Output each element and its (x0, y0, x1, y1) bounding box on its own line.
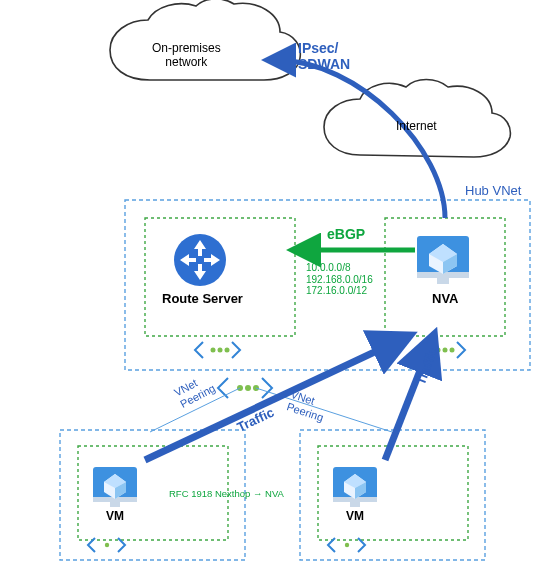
svg-rect-14 (437, 278, 449, 284)
cloud-internet-label: Internet (396, 120, 437, 134)
nva-label: NVA (432, 292, 458, 307)
route-server-label: Route Server (162, 292, 243, 307)
svg-rect-20 (350, 502, 360, 507)
svg-point-0 (211, 348, 216, 353)
subnet-badge-route (195, 342, 240, 358)
svg-point-4 (443, 348, 448, 353)
ipsec-label: IPsec/ SDWAN (298, 40, 350, 72)
route-server-subnet (145, 218, 295, 336)
cloud-onprem-label: On-premises network (152, 42, 221, 70)
subnet-badge-right (328, 538, 365, 552)
svg-point-10 (345, 543, 349, 547)
subnet-badge-left (88, 538, 125, 552)
vm-left-icon (93, 467, 137, 507)
svg-point-1 (218, 348, 223, 353)
svg-point-9 (105, 543, 109, 547)
vm-right-icon (333, 467, 377, 507)
vm-left-label: VM (106, 510, 124, 524)
route-server-icon (174, 234, 226, 286)
hub-vnet-title: Hub VNet (465, 184, 521, 199)
route-note: RFC 1918 Nexthop → NVA (169, 489, 284, 500)
svg-point-2 (225, 348, 230, 353)
ebgp-label: eBGP (327, 226, 365, 242)
nva-icon (417, 236, 469, 284)
svg-point-5 (450, 348, 455, 353)
ebgp-routes: 10.0.0.0/8 192.168.0.0/16 172.16.0.0/12 (306, 262, 373, 297)
svg-rect-17 (110, 502, 120, 507)
vm-right-label: VM (346, 510, 364, 524)
svg-point-7 (245, 385, 251, 391)
